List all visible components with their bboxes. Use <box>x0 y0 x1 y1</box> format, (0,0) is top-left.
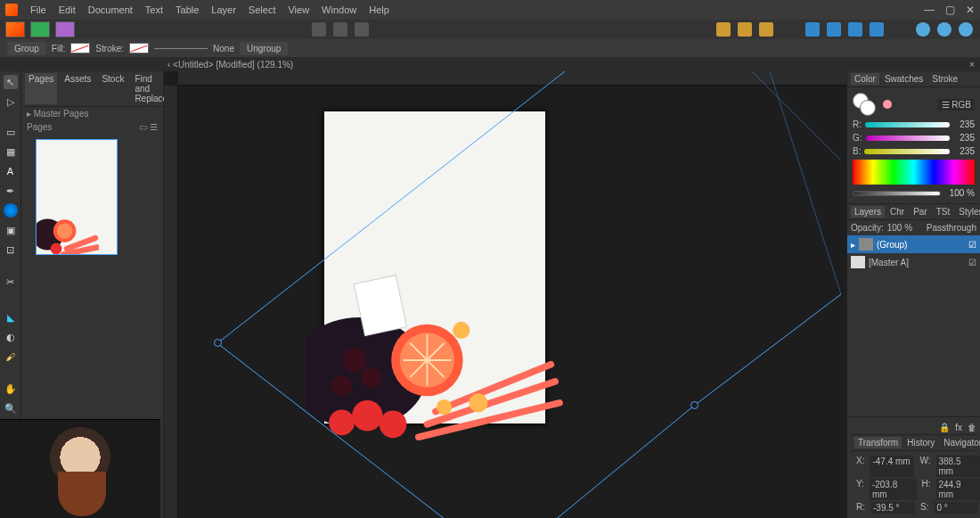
color-mode-select[interactable]: ☰ RGB <box>938 99 975 111</box>
stroke-swatch[interactable] <box>129 43 149 53</box>
expand-icon[interactable]: ▸ <box>851 240 855 250</box>
selection-handle[interactable] <box>690 401 698 409</box>
canvas-area[interactable] <box>164 71 846 518</box>
transparency-tool[interactable]: ◐ <box>4 330 18 344</box>
stroke-width-slider[interactable] <box>154 48 208 49</box>
menu-select[interactable]: Select <box>249 4 276 15</box>
close-icon[interactable]: ✕ <box>966 4 975 16</box>
persona-publisher[interactable] <box>5 21 25 37</box>
s-input[interactable]: 0 ° <box>934 502 978 514</box>
tab-tst[interactable]: TSt <box>933 206 954 218</box>
g-slider[interactable] <box>866 136 950 141</box>
master-pages-header[interactable]: ▸ Master Pages <box>21 107 163 120</box>
crop-tool[interactable]: ✂ <box>4 275 18 289</box>
ungroup-button[interactable]: Ungroup <box>240 42 288 55</box>
menu-window[interactable]: Window <box>322 4 356 15</box>
x-input[interactable]: -47.4 mm <box>870 456 914 477</box>
tab-stock[interactable]: Stock <box>98 73 127 104</box>
page-thumbnail[interactable]: Page 1 <box>36 139 118 255</box>
b-value[interactable]: 235 <box>953 146 975 156</box>
tab-styles[interactable]: Styles <box>955 206 980 218</box>
arrange-icon[interactable] <box>805 22 820 37</box>
persona-photo[interactable] <box>55 21 75 37</box>
menu-edit[interactable]: Edit <box>59 4 76 15</box>
maximize-icon[interactable]: ▢ <box>945 4 955 16</box>
menu-help[interactable]: Help <box>369 4 389 15</box>
menu-table[interactable]: Table <box>176 4 199 15</box>
move-tool[interactable]: ↖ <box>4 75 18 89</box>
h-input[interactable]: 244.9 mm <box>936 479 981 500</box>
selection-handle[interactable] <box>214 339 222 347</box>
g-value[interactable]: 235 <box>953 133 975 143</box>
fx-icon[interactable]: fx <box>955 423 962 432</box>
pages-options-icon[interactable]: ▭ ☰ <box>139 122 158 132</box>
bool-icon[interactable] <box>937 22 951 37</box>
pen-tool[interactable]: ✒ <box>4 184 18 198</box>
menu-document[interactable]: Document <box>88 4 133 15</box>
layer-opacity[interactable]: 100 % <box>887 223 912 233</box>
picture-frame-tool[interactable]: ▣ <box>4 223 18 237</box>
tab-pages[interactable]: Pages <box>25 73 57 104</box>
visibility-checkbox[interactable]: ☑ <box>968 240 976 250</box>
r-input[interactable]: -39.5 ° <box>870 502 915 514</box>
group-button[interactable]: Group <box>7 42 46 55</box>
delete-icon[interactable]: 🗑 <box>968 423 976 432</box>
tab-layers[interactable]: Layers <box>851 206 885 218</box>
layer-item[interactable]: ▸ (Group) ☑ <box>847 235 980 253</box>
opacity-value[interactable]: 100 % <box>944 188 975 198</box>
r-value[interactable]: 235 <box>953 119 975 129</box>
hand-tool[interactable]: ✋ <box>4 382 18 396</box>
anchor-grid[interactable] <box>851 455 853 480</box>
shape-tool[interactable] <box>4 203 18 218</box>
document-tab[interactable]: ‹ <Untitled> [Modified] (129.1%) <box>167 60 293 70</box>
artistic-text-tool[interactable]: A <box>4 164 18 178</box>
toolbar-icon[interactable] <box>355 22 369 37</box>
menu-layer[interactable]: Layer <box>211 4 236 15</box>
place-image-tool[interactable]: ⊡ <box>4 243 18 257</box>
menu-view[interactable]: View <box>288 4 309 15</box>
align-icon[interactable] <box>738 22 752 37</box>
toolbar-icon[interactable] <box>333 22 347 37</box>
fill-swatch[interactable] <box>70 43 90 53</box>
tab-close-icon[interactable]: × <box>969 60 975 70</box>
r-slider[interactable] <box>865 122 950 127</box>
bool-icon[interactable] <box>916 22 930 37</box>
blend-mode-select[interactable]: Passthrough <box>927 223 976 233</box>
arrange-icon[interactable] <box>827 22 841 37</box>
tab-navigator[interactable]: Navigator <box>940 437 980 448</box>
tab-assets[interactable]: Assets <box>61 73 94 104</box>
bool-icon[interactable] <box>959 22 973 37</box>
tab-transform[interactable]: Transform <box>854 437 902 448</box>
tab-swatches[interactable]: Swatches <box>881 73 927 85</box>
hue-strip[interactable] <box>853 160 975 185</box>
align-icon[interactable] <box>759 22 773 37</box>
persona-designer[interactable] <box>30 21 50 37</box>
y-input[interactable]: -203.8 mm <box>870 479 917 500</box>
node-tool[interactable]: ▷ <box>4 95 18 109</box>
layer-item[interactable]: [Master A] ☑ <box>847 253 980 271</box>
visibility-checkbox[interactable]: ☑ <box>968 258 976 267</box>
arrange-icon[interactable] <box>870 22 884 37</box>
tab-chr[interactable]: Chr <box>886 206 908 218</box>
minimize-icon[interactable]: — <box>924 4 935 16</box>
brush-tool[interactable]: 🖌 <box>4 349 18 364</box>
menu-file[interactable]: File <box>30 4 46 15</box>
tab-stroke[interactable]: Stroke <box>928 73 961 85</box>
fill-tool[interactable]: ◣ <box>4 310 18 325</box>
recent-color[interactable] <box>883 100 892 109</box>
stroke-color-well[interactable] <box>860 100 876 116</box>
w-input[interactable]: 388.5 mm <box>936 456 981 477</box>
zoom-tool[interactable]: 🔍 <box>4 401 18 415</box>
text-frame-tool[interactable]: ▭ <box>4 125 18 139</box>
arrange-icon[interactable] <box>848 22 862 37</box>
tab-history[interactable]: History <box>903 437 938 448</box>
opacity-slider[interactable] <box>853 191 941 196</box>
align-icon[interactable] <box>716 22 731 37</box>
table-tool[interactable]: ▦ <box>4 144 18 159</box>
b-slider[interactable] <box>864 149 950 154</box>
toolbar-icon[interactable] <box>312 22 326 37</box>
menu-text[interactable]: Text <box>145 4 163 15</box>
tab-color[interactable]: Color <box>851 73 879 85</box>
lock-icon[interactable]: 🔒 <box>939 423 950 432</box>
tab-par[interactable]: Par <box>910 206 931 218</box>
